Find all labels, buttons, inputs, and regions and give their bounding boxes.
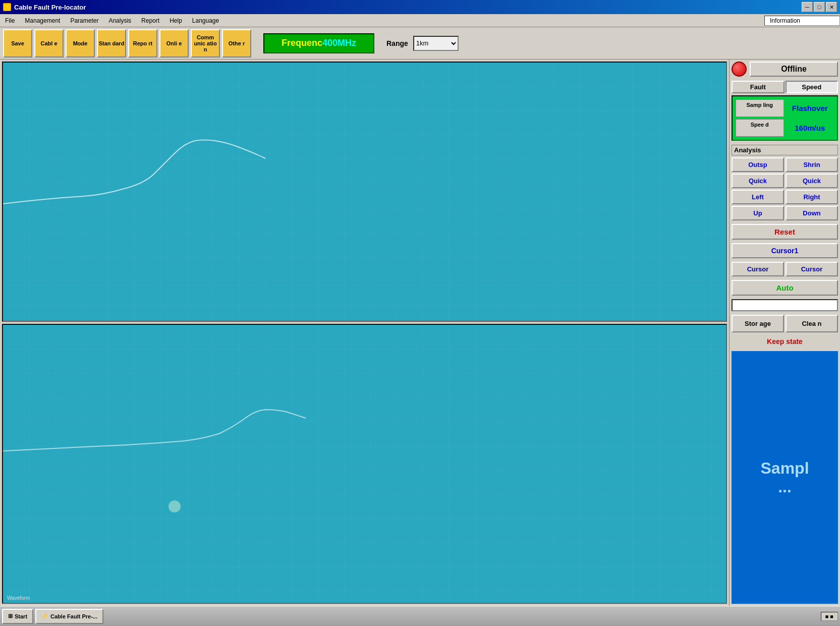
title-bar-left: ⚡ Cable Fault Pre-locator: [3, 3, 86, 11]
fault-tab[interactable]: Fault: [732, 81, 785, 93]
close-button[interactable]: ✕: [826, 2, 837, 12]
analysis-btn-grid: Outsp Shrin Quick Quick Left Right Up Do…: [732, 157, 838, 220]
bottom-chart-label: Waveform: [7, 595, 30, 601]
cable-button[interactable]: Cabl e: [34, 29, 64, 58]
toolbar: Save Cabl e Mode Stan dard Repo rt Onli …: [0, 27, 840, 60]
taskbar-right: ■ ■: [821, 612, 838, 621]
menu-help[interactable]: Help: [164, 16, 187, 25]
outsp-button[interactable]: Outsp: [732, 157, 784, 172]
cursor-input[interactable]: [732, 299, 838, 311]
frequency-display: Frequenc400MHz: [263, 33, 374, 53]
sampling-text: Sampl...: [760, 459, 809, 496]
sampling-label: Samp ling: [736, 99, 784, 117]
green-panel: Samp ling Flashover Spee d 160m/us: [732, 95, 838, 141]
save-button[interactable]: Save: [3, 29, 32, 58]
start-label: Start: [15, 613, 27, 619]
title-bar-controls[interactable]: ─ □ ✕: [802, 2, 837, 12]
other-button[interactable]: Othe r: [222, 29, 251, 58]
status-indicator: [732, 62, 747, 77]
keep-state-label: Keep state: [732, 335, 838, 348]
cursor-left-button[interactable]: Cursor: [732, 262, 784, 276]
storage-button[interactable]: Stor age: [732, 315, 784, 332]
right-panel: Offline Fault Speed Samp ling Flashover …: [729, 60, 840, 606]
up-button[interactable]: Up: [732, 206, 784, 220]
taskbar: ⊞ Start ⚡ Cable Fault Pre-... ■ ■: [0, 606, 840, 626]
tabs-row: Fault Speed: [732, 81, 838, 93]
taskbar-app-button[interactable]: ⚡ Cable Fault Pre-...: [35, 609, 103, 624]
maximize-button[interactable]: □: [814, 2, 825, 12]
minimize-button[interactable]: ─: [802, 2, 813, 12]
offline-button[interactable]: Offline: [750, 62, 838, 77]
top-chart-grid: [3, 63, 726, 321]
app-taskbar-icon: ⚡: [41, 613, 48, 619]
flashover-value: Flashover: [786, 99, 834, 117]
chart-area: Waveform: [0, 60, 729, 606]
menu-bar: File Management Parameter Analysis Repor…: [0, 14, 840, 27]
app-taskbar-label: Cable Fault Pre-...: [50, 613, 97, 619]
main-content: Waveform Offline Fault Speed Samp ling F…: [0, 60, 840, 606]
range-select[interactable]: 1km 100m 200m 500m 2km 5km 10km: [413, 36, 459, 51]
sampling-display: Sampl...: [732, 351, 838, 604]
cursor-right-button[interactable]: Cursor: [786, 262, 838, 276]
report-button[interactable]: Repo rt: [128, 29, 157, 58]
storage-row: Stor age Clea n: [732, 315, 838, 332]
quick-left-button[interactable]: Quick: [732, 174, 784, 188]
freq-value: 400MHz: [322, 38, 356, 48]
title-bar: ⚡ Cable Fault Pre-locator ─ □ ✕: [0, 0, 840, 14]
shrin-button[interactable]: Shrin: [786, 157, 838, 172]
start-button[interactable]: ⊞ Start: [2, 609, 33, 624]
title-bar-text: Cable Fault Pre-locator: [14, 4, 86, 11]
menu-management[interactable]: Management: [20, 16, 65, 25]
top-chart: [2, 62, 727, 322]
app-icon: ⚡: [3, 3, 11, 11]
speed-value: 160m/us: [786, 119, 834, 137]
menu-parameter[interactable]: Parameter: [65, 16, 103, 25]
bottom-chart: Waveform: [2, 324, 727, 604]
svg-point-2: [169, 500, 181, 513]
menu-file[interactable]: File: [0, 16, 20, 25]
taskbar-clock: ■ ■: [821, 612, 838, 621]
cursor-row: Cursor Cursor: [732, 262, 838, 276]
mode-button[interactable]: Mode: [66, 29, 95, 58]
communication-button[interactable]: Comm unic atio n: [191, 29, 220, 58]
down-button[interactable]: Down: [786, 206, 838, 220]
info-field[interactable]: Information: [764, 16, 840, 26]
menu-language[interactable]: Language: [187, 16, 224, 25]
start-icon: ⊞: [8, 613, 13, 619]
online-button[interactable]: Onli e: [159, 29, 189, 58]
clean-button[interactable]: Clea n: [786, 315, 838, 332]
auto-button[interactable]: Auto: [732, 280, 838, 296]
quick-right-button[interactable]: Quick: [786, 174, 838, 188]
range-label: Range: [386, 39, 408, 47]
speed-tab[interactable]: Speed: [786, 81, 838, 93]
analysis-title: Analysis: [732, 145, 838, 155]
svg-rect-1: [3, 325, 726, 603]
bottom-chart-grid: [3, 325, 726, 603]
menu-report[interactable]: Report: [136, 16, 164, 25]
right-button[interactable]: Right: [786, 190, 838, 204]
cursor1-button[interactable]: Cursor1: [732, 243, 838, 258]
reset-button[interactable]: Reset: [732, 224, 838, 240]
status-row: Offline: [732, 62, 838, 77]
standard-button[interactable]: Stan dard: [97, 29, 126, 58]
menu-analysis[interactable]: Analysis: [103, 16, 136, 25]
left-button[interactable]: Left: [732, 190, 784, 204]
freq-label: Frequenc: [282, 38, 322, 48]
speed-label: Spee d: [736, 119, 784, 137]
